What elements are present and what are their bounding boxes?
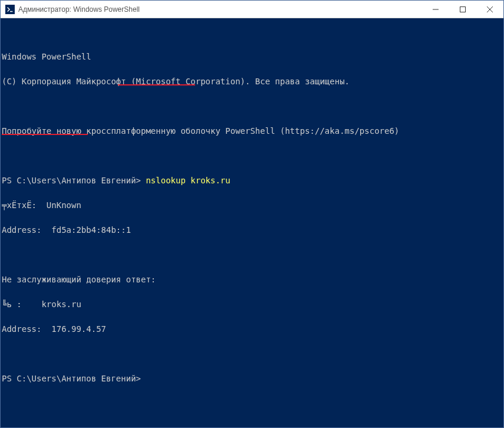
annotation-underline bbox=[118, 84, 195, 85]
terminal-line: (C) Корпорация Майкрософт (Microsoft Cor… bbox=[1, 77, 503, 85]
window-title: Администратор: Windows PowerShell bbox=[18, 5, 422, 14]
annotation-underline bbox=[2, 134, 88, 135]
close-button[interactable] bbox=[476, 1, 503, 18]
terminal-output[interactable]: Windows PowerShell (C) Корпорация Майкро… bbox=[1, 18, 503, 427]
minimize-button[interactable] bbox=[422, 1, 449, 18]
prompt-prefix: PS C:\Users\Антипов Евгений> bbox=[2, 176, 146, 185]
powershell-window: Администратор: Windows PowerShell Window… bbox=[0, 0, 504, 428]
titlebar[interactable]: Администратор: Windows PowerShell bbox=[1, 1, 503, 18]
terminal-line: ╤хЁтхЁ: UnKnown bbox=[1, 201, 503, 209]
terminal-line: Address: fd5a:2bb4:84b::1 bbox=[1, 226, 503, 234]
terminal-line: Не заслуживающий доверия ответ: bbox=[1, 275, 503, 284]
svg-rect-3 bbox=[460, 6, 466, 12]
terminal-line bbox=[1, 102, 503, 110]
terminal-line: ╚ь : kroks.ru bbox=[1, 300, 503, 308]
terminal-prompt-line: PS C:\Users\Антипов Евгений> nslookup kr… bbox=[1, 176, 503, 185]
maximize-button[interactable] bbox=[449, 1, 476, 18]
terminal-line bbox=[1, 350, 503, 358]
powershell-icon bbox=[5, 5, 15, 14]
terminal-line bbox=[1, 251, 503, 259]
command-text: nslookup kroks.ru bbox=[146, 176, 230, 185]
terminal-prompt-line: PS C:\Users\Антипов Евгений> bbox=[1, 374, 503, 383]
terminal-line: Address: 176.99.4.57 bbox=[1, 325, 503, 333]
window-controls bbox=[422, 1, 503, 18]
terminal-line bbox=[1, 152, 503, 160]
terminal-line: Windows PowerShell bbox=[1, 52, 503, 61]
